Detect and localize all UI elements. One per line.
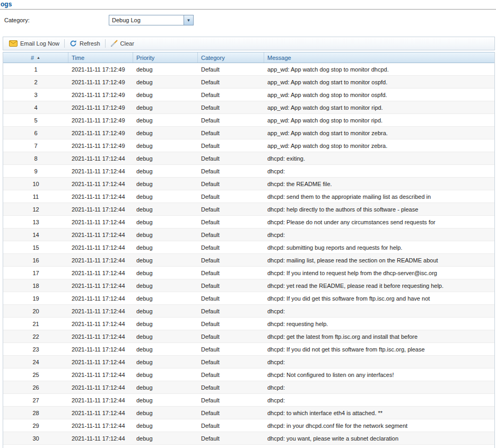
log-row[interactable]: 252021-11-11 17:12:44debugDefaultdhcpd: … xyxy=(3,368,494,381)
priority-cell: debug xyxy=(133,206,198,213)
priority-cell: debug xyxy=(133,270,198,276)
row-number-cell: 16 xyxy=(3,257,68,263)
message-cell: dhcpd: If you did not get this software … xyxy=(264,346,494,353)
time-cell: 2021-11-11 17:12:49 xyxy=(68,143,133,149)
log-row[interactable]: 62021-11-11 17:12:49debugDefaultapp_wd: … xyxy=(3,127,494,139)
log-row[interactable]: 152021-11-11 17:12:44debugDefaultdhcpd: … xyxy=(3,241,494,254)
priority-cell: debug xyxy=(133,295,198,302)
category-cell: Default xyxy=(198,130,264,136)
chevron-down-icon[interactable]: ▼ xyxy=(184,15,193,25)
category-filter-row: Category: Debug Log ▼ xyxy=(4,14,496,26)
column-header-number[interactable]: # ▲ xyxy=(3,52,68,63)
message-cell: app_wd: App watch dog start to monitor z… xyxy=(264,130,494,136)
row-number-cell: 11 xyxy=(3,194,68,200)
sort-asc-icon: ▲ xyxy=(37,56,40,59)
message-cell: dhcpd: you want, please write a subnet d… xyxy=(264,435,494,442)
message-cell: dhcpd: requesting help. xyxy=(264,321,494,327)
message-cell: app_wd: App watch dog stop to monitor ri… xyxy=(264,117,494,124)
row-number-cell: 3 xyxy=(3,92,68,98)
column-header-category[interactable]: Category xyxy=(198,52,264,63)
clear-button[interactable]: Clear xyxy=(107,38,137,49)
row-number-cell: 4 xyxy=(3,104,68,111)
row-number-cell: 17 xyxy=(3,270,68,276)
row-number-cell: 21 xyxy=(3,321,68,327)
log-row[interactable]: 102021-11-11 17:12:44debugDefaultdhcpd: … xyxy=(3,178,494,190)
log-row[interactable]: 22021-11-11 17:12:49debugDefaultapp_wd: … xyxy=(3,76,494,89)
time-cell: 2021-11-11 17:12:44 xyxy=(68,308,133,314)
category-cell: Default xyxy=(198,397,264,403)
category-cell: Default xyxy=(198,333,264,340)
log-row[interactable]: 182021-11-11 17:12:44debugDefaultdhcpd: … xyxy=(3,279,494,292)
log-row[interactable]: 162021-11-11 17:12:44debugDefaultdhcpd: … xyxy=(3,254,494,267)
priority-cell: debug xyxy=(133,194,198,200)
log-row[interactable]: 122021-11-11 17:12:44debugDefaultdhcpd: … xyxy=(3,203,494,216)
log-row[interactable]: 242021-11-11 17:12:44debugDefaultdhcpd: xyxy=(3,356,494,368)
email-log-now-label: Email Log Now xyxy=(20,40,59,47)
message-cell: dhcpd: yet read the README, please read … xyxy=(264,283,494,289)
column-header-message[interactable]: Message xyxy=(264,52,494,63)
log-row[interactable]: 192021-11-11 17:12:44debugDefaultdhcpd: … xyxy=(3,292,494,305)
log-row[interactable]: 142021-11-11 17:12:44debugDefaultdhcpd: xyxy=(3,229,494,241)
page-header: ogs xyxy=(0,0,496,10)
log-row[interactable]: 172021-11-11 17:12:44debugDefaultdhcpd: … xyxy=(3,267,494,279)
log-row[interactable]: 42021-11-11 17:12:49debugDefaultapp_wd: … xyxy=(3,101,494,114)
priority-cell: debug xyxy=(133,384,198,391)
column-header-time[interactable]: Time xyxy=(68,52,133,63)
row-number-cell: 27 xyxy=(3,397,68,403)
log-row[interactable]: 32021-11-11 17:12:49debugDefaultapp_wd: … xyxy=(3,89,494,101)
priority-cell: debug xyxy=(133,346,198,353)
log-row[interactable]: 292021-11-11 17:12:44debugDefaultdhcpd: … xyxy=(3,419,494,432)
log-row[interactable]: 262021-11-11 17:12:44debugDefaultdhcpd: xyxy=(3,381,494,394)
category-cell: Default xyxy=(198,79,264,85)
message-cell: dhcpd: xyxy=(264,359,494,365)
log-toolbar: Email Log Now Refresh Clear xyxy=(3,37,495,50)
category-cell: Default xyxy=(198,219,264,225)
log-row[interactable]: 212021-11-11 17:12:44debugDefaultdhcpd: … xyxy=(3,318,494,330)
log-row[interactable]: 302021-11-11 17:12:44debugDefaultdhcpd: … xyxy=(3,432,494,445)
log-row[interactable]: 82021-11-11 17:12:44debugDefaultdhcpd: e… xyxy=(3,152,494,165)
row-number-cell: 7 xyxy=(3,143,68,149)
priority-cell: debug xyxy=(133,232,198,238)
log-row[interactable]: 72021-11-11 17:12:49debugDefaultapp_wd: … xyxy=(3,139,494,152)
row-number-cell: 20 xyxy=(3,308,68,314)
row-number-cell: 8 xyxy=(3,155,68,162)
log-row[interactable]: 202021-11-11 17:12:44debugDefaultdhcpd: xyxy=(3,305,494,318)
clear-label: Clear xyxy=(120,40,134,47)
refresh-icon xyxy=(69,40,77,47)
category-cell: Default xyxy=(198,321,264,327)
row-number-cell: 26 xyxy=(3,384,68,391)
category-cell: Default xyxy=(198,66,264,73)
time-cell: 2021-11-11 17:12:49 xyxy=(68,104,133,111)
message-cell: dhcpd: send them to the appropriate mail… xyxy=(264,194,494,200)
log-row[interactable]: 12021-11-11 17:12:49debugDefaultapp_wd: … xyxy=(3,63,494,76)
column-header-priority[interactable]: Priority xyxy=(133,52,198,63)
log-row[interactable]: 52021-11-11 17:12:49debugDefaultapp_wd: … xyxy=(3,114,494,127)
row-number-cell: 30 xyxy=(3,435,68,442)
log-row[interactable]: 282021-11-11 17:12:44debugDefaultdhcpd: … xyxy=(3,407,494,419)
log-row[interactable]: 222021-11-11 17:12:44debugDefaultdhcpd: … xyxy=(3,330,494,343)
priority-cell: debug xyxy=(133,155,198,162)
category-cell: Default xyxy=(198,295,264,302)
log-row[interactable]: 132021-11-11 17:12:44debugDefaultdhcpd: … xyxy=(3,216,494,229)
email-log-now-button[interactable]: Email Log Now xyxy=(6,39,63,48)
log-row[interactable]: 92021-11-11 17:12:44debugDefaultdhcpd: xyxy=(3,165,494,178)
row-number-cell: 2 xyxy=(3,79,68,85)
priority-cell: debug xyxy=(133,244,198,251)
refresh-button[interactable]: Refresh xyxy=(66,38,103,49)
row-number-cell: 1 xyxy=(3,66,68,73)
category-dropdown-value: Debug Log xyxy=(109,15,184,25)
log-row[interactable]: 112021-11-11 17:12:44debugDefaultdhcpd: … xyxy=(3,190,494,203)
category-dropdown[interactable]: Debug Log ▼ xyxy=(109,15,194,25)
log-row[interactable]: 232021-11-11 17:12:44debugDefaultdhcpd: … xyxy=(3,343,494,356)
time-cell: 2021-11-11 17:12:44 xyxy=(68,206,133,213)
category-cell: Default xyxy=(198,143,264,149)
log-row[interactable]: 312021-11-11 17:12:44debugDefaultdhcpd: … xyxy=(3,445,494,448)
toolbar-separator xyxy=(64,39,65,48)
time-cell: 2021-11-11 17:12:49 xyxy=(68,66,133,73)
time-cell: 2021-11-11 17:12:44 xyxy=(68,232,133,238)
message-cell: dhcpd: to which interface eth4 is attach… xyxy=(264,410,494,416)
message-cell: dhcpd: Please do not under any circumsta… xyxy=(264,219,494,225)
log-row[interactable]: 272021-11-11 17:12:44debugDefaultdhcpd: xyxy=(3,394,494,407)
message-cell: dhcpd: Not configured to listen on any i… xyxy=(264,372,494,378)
message-cell: app_wd: App watch dog stop to monitor dh… xyxy=(264,66,494,73)
